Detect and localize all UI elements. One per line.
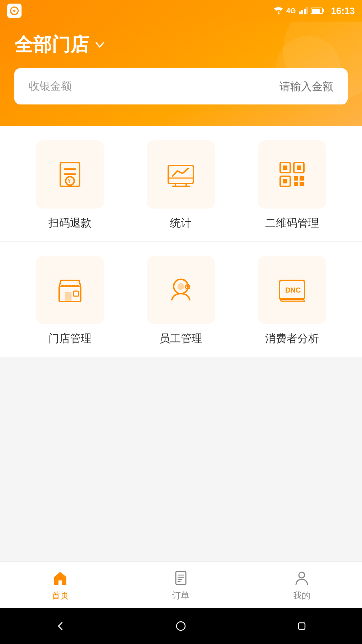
svg-text:DNC: DNC — [285, 286, 301, 294]
statistics-icon-box — [147, 140, 215, 209]
consumer-analysis-icon-box: DNC — [258, 256, 326, 324]
svg-rect-26 — [294, 182, 298, 186]
main-content: ¥ 扫码退款 统计 — [0, 126, 362, 357]
scan-refund-label: 扫码退款 — [48, 216, 91, 230]
nav-item-mine[interactable]: 我的 — [241, 562, 362, 608]
nav-mine-label: 我的 — [293, 590, 310, 601]
employee-management-item[interactable]: 员工管理 — [145, 256, 217, 346]
store-title-row[interactable]: 全部门店 — [14, 32, 348, 57]
svg-point-44 — [299, 572, 305, 578]
qr-management-item[interactable]: 二维码管理 — [256, 140, 328, 230]
svg-rect-27 — [300, 182, 304, 186]
store-management-item[interactable]: 门店管理 — [34, 256, 106, 346]
svg-rect-29 — [65, 293, 71, 301]
system-nav-bar — [0, 608, 362, 644]
grid-row-1-section: ¥ 扫码退款 统计 — [0, 126, 362, 242]
amount-label: 收银金额 — [29, 79, 72, 94]
scan-refund-icon: ¥ — [54, 158, 86, 191]
qr-management-label: 二维码管理 — [265, 216, 319, 230]
employee-management-label: 员工管理 — [159, 331, 202, 346]
qr-management-icon-box — [258, 140, 326, 209]
consumer-analysis-item[interactable]: DNC 消费者分析 — [256, 256, 328, 346]
employee-management-icon — [165, 274, 197, 306]
recents-button[interactable] — [293, 617, 311, 635]
svg-rect-30 — [74, 291, 79, 296]
store-management-icon — [54, 274, 86, 306]
svg-point-45 — [177, 622, 185, 630]
svg-rect-25 — [300, 176, 304, 181]
grid-row-1: ¥ 扫码退款 统计 — [14, 140, 348, 230]
chevron-down-icon[interactable] — [93, 38, 106, 51]
svg-point-33 — [178, 284, 184, 289]
statistics-label: 统计 — [170, 216, 192, 230]
status-bar: 4G 16:13 — [0, 0, 362, 22]
svg-rect-7 — [312, 9, 320, 13]
svg-rect-21 — [297, 165, 301, 170]
status-time: 16:13 — [331, 5, 355, 17]
input-divider — [79, 79, 79, 94]
svg-rect-24 — [294, 176, 298, 181]
status-icons: 4G 16:13 — [274, 5, 355, 17]
store-name: 全部门店 — [14, 32, 89, 57]
svg-rect-13 — [168, 165, 193, 183]
orders-icon — [172, 569, 190, 587]
consumer-analysis-icon: DNC — [276, 274, 308, 306]
nav-home-label: 首页 — [52, 590, 69, 601]
svg-rect-23 — [283, 179, 287, 183]
nav-item-orders[interactable]: 订单 — [121, 562, 241, 608]
svg-rect-6 — [323, 9, 324, 12]
svg-rect-2 — [301, 10, 303, 14]
qr-management-icon — [276, 158, 308, 191]
statistics-icon — [165, 158, 197, 191]
scan-refund-item[interactable]: ¥ 扫码退款 — [34, 140, 106, 230]
svg-rect-46 — [298, 623, 305, 629]
amount-input-card: 收银金额 — [14, 68, 348, 104]
consumer-analysis-label: 消费者分析 — [265, 331, 319, 346]
app-icon — [7, 4, 22, 18]
store-management-label: 门店管理 — [48, 331, 91, 346]
bottom-nav: 首页 订单 我的 — [0, 561, 362, 608]
mine-icon — [293, 569, 311, 587]
grid-row-2-section: 门店管理 员工管理 — [0, 242, 362, 357]
nav-item-home[interactable]: 首页 — [0, 562, 121, 608]
svg-rect-39 — [176, 571, 186, 584]
amount-input[interactable] — [86, 80, 333, 93]
svg-text:¥: ¥ — [68, 178, 71, 184]
back-button[interactable] — [51, 617, 69, 635]
statistics-item[interactable]: 统计 — [145, 140, 217, 230]
scan-refund-icon-box: ¥ — [36, 140, 104, 209]
svg-rect-3 — [304, 9, 306, 14]
home-button[interactable] — [172, 617, 190, 635]
svg-rect-1 — [299, 11, 301, 14]
home-icon — [51, 569, 69, 587]
nav-orders-label: 订单 — [172, 590, 189, 601]
svg-rect-4 — [306, 7, 308, 14]
svg-point-0 — [278, 13, 279, 14]
grid-row-2: 门店管理 员工管理 — [14, 256, 348, 346]
store-management-icon-box — [36, 256, 104, 324]
svg-rect-19 — [283, 165, 287, 170]
header: 全部门店 收银金额 — [0, 22, 362, 126]
employee-management-icon-box — [147, 256, 215, 324]
